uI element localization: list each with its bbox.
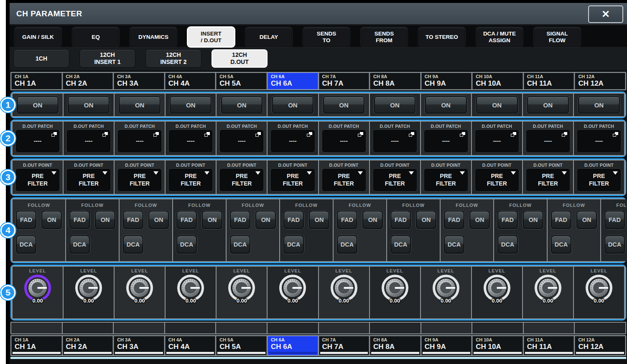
dout-patch-button[interactable]: ---- <box>270 130 315 153</box>
channel-name-ch-5a[interactable]: CH 5ACH 5A <box>216 336 267 355</box>
channel-header-ch-9a[interactable]: CH 9ACH 9A <box>421 73 472 89</box>
subtab-12ch-insert-2[interactable]: 12CH INSERT 2 <box>145 49 201 68</box>
tab-gain-silk[interactable]: GAIN / SILK <box>15 27 61 47</box>
dout-on-button[interactable]: ON <box>425 96 467 114</box>
follow-dca-button[interactable]: DCA <box>444 235 464 254</box>
dout-on-button[interactable]: ON <box>374 96 416 114</box>
dout-patch-button[interactable]: ---- <box>526 130 570 153</box>
dout-on-button[interactable]: ON <box>578 96 620 114</box>
follow-on-button[interactable]: ON <box>469 211 490 229</box>
follow-on-button[interactable]: ON <box>523 211 543 229</box>
follow-on-button[interactable]: ON <box>255 211 276 229</box>
follow-dca-button[interactable]: DCA <box>390 235 411 254</box>
follow-dca-button[interactable]: DCA <box>69 235 90 254</box>
tab-eq[interactable]: EQ <box>72 27 119 47</box>
follow-fad-button[interactable]: FAD <box>551 211 571 229</box>
follow-fad-button[interactable]: FAD <box>283 211 304 229</box>
follow-dca-button[interactable]: DCA <box>497 235 518 254</box>
dout-patch-button[interactable]: ---- <box>373 130 417 153</box>
subtab-12ch-d-out[interactable]: 12CH D.OUT <box>212 49 268 68</box>
dout-on-button[interactable]: ON <box>119 96 161 114</box>
channel-header-ch-8a[interactable]: CH 8ACH 8A <box>370 73 421 89</box>
follow-on-button[interactable]: ON <box>202 211 222 229</box>
follow-dca-button[interactable]: DCA <box>337 235 357 254</box>
follow-fad-button[interactable]: FAD <box>497 211 518 229</box>
dout-point-button[interactable]: PRE FILTER <box>475 168 519 191</box>
dout-point-button[interactable]: PRE FILTER <box>577 168 621 191</box>
follow-fad-button[interactable]: FAD <box>444 211 464 229</box>
channel-header-ch-4a[interactable]: CH 4ACH 4A <box>165 73 216 89</box>
channel-name-ch-3a[interactable]: CH 3ACH 3A <box>114 336 164 355</box>
channel-name-ch-12a[interactable]: CH 12ACH 12A <box>575 336 625 355</box>
dout-on-button[interactable]: ON <box>272 96 314 114</box>
subtab-1ch[interactable]: 1CH <box>13 49 69 68</box>
follow-on-button[interactable]: ON <box>309 211 329 229</box>
channel-name-ch-10a[interactable]: CH 10ACH 10A <box>472 336 523 355</box>
channel-name-ch-7a[interactable]: CH 7ACH 7A <box>319 336 370 355</box>
follow-on-button[interactable]: ON <box>576 211 597 229</box>
dout-point-button[interactable]: PRE FILTER <box>424 168 468 191</box>
follow-fad-button[interactable]: FAD <box>69 211 90 229</box>
follow-fad-button[interactable]: FAD <box>337 211 357 229</box>
channel-header-ch-2a[interactable]: CH 2ACH 2A <box>63 73 113 89</box>
dout-on-button[interactable]: ON <box>323 96 365 114</box>
channel-header-ch-5a[interactable]: CH 5ACH 5A <box>216 73 267 89</box>
follow-dca-button[interactable]: DCA <box>123 235 143 254</box>
dout-point-button[interactable]: PRE FILTER <box>66 168 111 191</box>
channel-header-ch-3a[interactable]: CH 3ACH 3A <box>114 73 164 89</box>
dout-on-button[interactable]: ON <box>170 96 212 114</box>
tab-sends-to[interactable]: SENDS TO <box>303 27 350 47</box>
follow-fad-button[interactable]: FAD <box>16 211 36 229</box>
channel-header-ch-1a[interactable]: CH 1ACH 1A <box>11 73 62 89</box>
channel-name-ch-4a[interactable]: CH 4ACH 4A <box>165 336 216 355</box>
dout-on-button[interactable]: ON <box>68 96 110 114</box>
dout-patch-button[interactable]: ---- <box>322 130 366 153</box>
channel-name-ch-6a[interactable]: CH 6ACH 6A <box>268 336 318 355</box>
follow-fad-button[interactable]: FAD <box>230 211 250 229</box>
follow-fad-button[interactable]: FAD <box>176 211 197 229</box>
channel-header-ch-12a[interactable]: CH 12ACH 12A <box>575 73 625 89</box>
subtab-12ch-insert-1[interactable]: 12CH INSERT 1 <box>79 49 135 68</box>
dout-patch-button[interactable]: ---- <box>424 130 468 153</box>
channel-name-ch-8a[interactable]: CH 8ACH 8A <box>370 336 421 355</box>
dout-patch-button[interactable]: ---- <box>168 130 213 153</box>
follow-dca-button[interactable]: DCA <box>176 235 197 254</box>
dout-point-button[interactable]: PRE FILTER <box>526 168 570 191</box>
dout-point-button[interactable]: PRE FILTER <box>373 168 417 191</box>
tab-dca-mute-assign[interactable]: DCA / MUTE ASSIGN <box>476 27 523 47</box>
follow-fad-button[interactable]: FAD <box>123 211 143 229</box>
dout-patch-button[interactable]: ---- <box>475 130 519 153</box>
channel-header-ch-7a[interactable]: CH 7ACH 7A <box>319 73 370 89</box>
dout-on-button[interactable]: ON <box>476 96 518 114</box>
channel-name-ch-1a[interactable]: CH 1ACH 1A <box>11 336 62 355</box>
close-button[interactable]: ✕ <box>588 5 623 23</box>
dout-on-button[interactable]: ON <box>221 96 263 114</box>
dout-on-button[interactable]: ON <box>527 96 569 114</box>
channel-header-ch-10a[interactable]: CH 10ACH 10A <box>472 73 523 89</box>
dout-point-button[interactable]: PRE FILTER <box>270 168 315 191</box>
follow-dca-button[interactable]: DCA <box>283 235 304 254</box>
tab-sends-from[interactable]: SENDS FROM <box>361 27 408 47</box>
dout-point-button[interactable]: PRE FILTER <box>117 168 162 191</box>
tab-insert-d-out[interactable]: INSERT / D.OUT <box>188 27 234 47</box>
dout-patch-button[interactable]: ---- <box>219 130 264 153</box>
dout-point-button[interactable]: PRE FILTER <box>168 168 213 191</box>
tab-signal-flow[interactable]: SIGNAL FLOW <box>534 27 581 47</box>
dout-point-button[interactable]: PRE FILTER <box>322 168 366 191</box>
channel-header-ch-11a[interactable]: CH 11ACH 11A <box>524 73 574 89</box>
follow-on-button[interactable]: ON <box>148 211 169 229</box>
dout-on-button[interactable]: ON <box>17 96 59 114</box>
follow-fad-button[interactable]: FAD <box>390 211 411 229</box>
dout-patch-button[interactable]: ---- <box>577 130 621 153</box>
follow-dca-button[interactable]: DCA <box>230 235 250 254</box>
follow-on-button[interactable]: ON <box>95 211 115 229</box>
dout-point-button[interactable]: PRE FILTER <box>15 168 60 191</box>
follow-fad-button[interactable]: FAD <box>604 211 625 229</box>
dout-point-button[interactable]: PRE FILTER <box>219 168 264 191</box>
channel-header-ch-6a[interactable]: CH 6ACH 6A <box>268 73 318 89</box>
follow-on-button[interactable]: ON <box>362 211 383 229</box>
follow-dca-button[interactable]: DCA <box>551 235 571 254</box>
follow-on-button[interactable]: ON <box>416 211 436 229</box>
tab-delay[interactable]: DELAY <box>245 27 292 47</box>
dout-patch-button[interactable]: ---- <box>15 130 60 153</box>
